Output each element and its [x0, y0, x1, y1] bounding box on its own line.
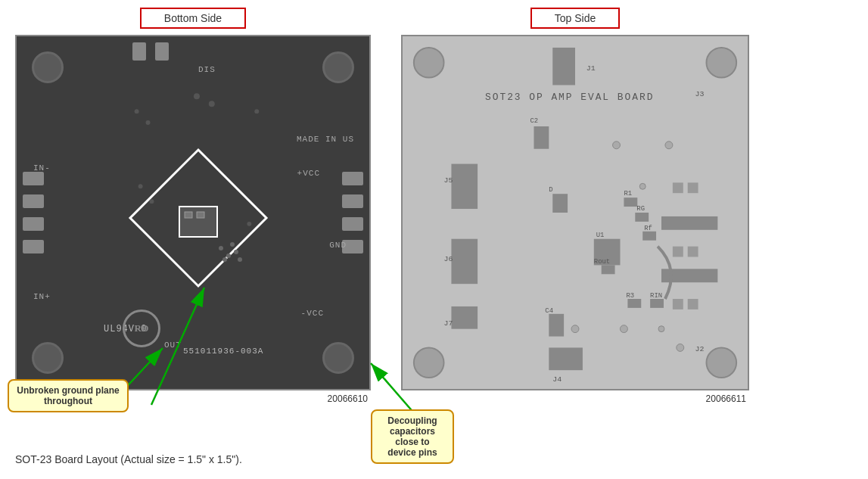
svg-text:C4: C4	[545, 307, 553, 315]
svg-point-70	[658, 326, 664, 332]
svg-rect-40	[552, 194, 568, 213]
svg-point-22	[706, 347, 736, 378]
svg-rect-34	[451, 306, 478, 329]
svg-text:RIN: RIN	[650, 292, 662, 300]
svg-point-66	[571, 325, 579, 333]
svg-point-19	[414, 48, 444, 78]
svg-rect-28	[549, 347, 583, 370]
top-side-label: Top Side	[530, 8, 620, 29]
bottom-side-label: Bottom Side	[140, 8, 246, 29]
svg-text:RG: RG	[636, 205, 645, 213]
svg-point-11	[146, 120, 151, 125]
svg-point-17	[209, 101, 215, 107]
svg-rect-44	[624, 198, 637, 207]
bottom-caption: SOT-23 Board Layout (Actual size = 1.5" …	[15, 453, 242, 465]
svg-text:SOT23 OP AMP EVAL BOARD: SOT23 OP AMP EVAL BOARD	[485, 92, 654, 103]
svg-text:J4: J4	[552, 375, 562, 384]
svg-rect-50	[602, 265, 615, 274]
svg-point-68	[677, 344, 684, 351]
top-side-board: SOT23 OP AMP EVAL BOARD J1 J3 J2 J4 J5 J…	[401, 35, 749, 390]
svg-rect-54	[650, 299, 664, 308]
svg-point-65	[665, 142, 673, 149]
svg-text:J5: J5	[444, 176, 453, 185]
svg-point-15	[247, 222, 251, 226]
svg-rect-56	[661, 216, 717, 230]
svg-rect-62	[673, 299, 683, 309]
svg-rect-63	[688, 299, 698, 309]
svg-text:D: D	[549, 186, 552, 194]
svg-point-13	[149, 199, 154, 204]
svg-rect-24	[552, 48, 575, 86]
svg-point-14	[254, 109, 259, 114]
svg-text:U1: U1	[596, 232, 605, 239]
svg-rect-46	[635, 213, 649, 222]
svg-rect-61	[688, 247, 698, 257]
svg-text:R3: R3	[626, 292, 634, 300]
svg-rect-60	[673, 247, 683, 257]
svg-text:J2: J2	[695, 345, 705, 353]
svg-text:J6: J6	[444, 255, 453, 263]
bottom-side-board: DIS MADE IN US +VCC GND -VCC IN- IN+ OUT…	[15, 35, 371, 390]
svg-rect-30	[451, 164, 478, 209]
callout-unbroken-ground: Unbroken ground plane throughout	[8, 379, 129, 412]
svg-rect-52	[627, 299, 641, 308]
svg-text:J1: J1	[586, 64, 596, 73]
svg-text:J3: J3	[695, 90, 705, 98]
svg-text:J7: J7	[444, 319, 453, 328]
svg-rect-38	[549, 314, 564, 337]
svg-text:R1: R1	[624, 190, 632, 198]
svg-point-69	[639, 183, 646, 189]
svg-rect-48	[642, 232, 656, 241]
svg-text:Rout: Rout	[594, 258, 610, 266]
svg-point-12	[138, 184, 143, 188]
svg-rect-32	[451, 239, 478, 284]
callout-decoupling-caps: Decoupling capacitors close to device pi…	[371, 409, 454, 464]
svg-rect-18	[403, 36, 748, 389]
svg-point-10	[135, 109, 139, 114]
svg-rect-36	[534, 126, 549, 149]
svg-text:C2: C2	[530, 117, 539, 125]
svg-rect-58	[673, 182, 683, 193]
svg-point-21	[414, 347, 444, 378]
svg-point-67	[620, 325, 627, 333]
svg-text:Rf: Rf	[644, 225, 652, 232]
right-image-number: 20066611	[401, 393, 749, 404]
svg-point-64	[613, 142, 621, 149]
svg-point-16	[194, 93, 200, 99]
svg-rect-59	[688, 182, 698, 193]
svg-point-20	[706, 48, 736, 78]
